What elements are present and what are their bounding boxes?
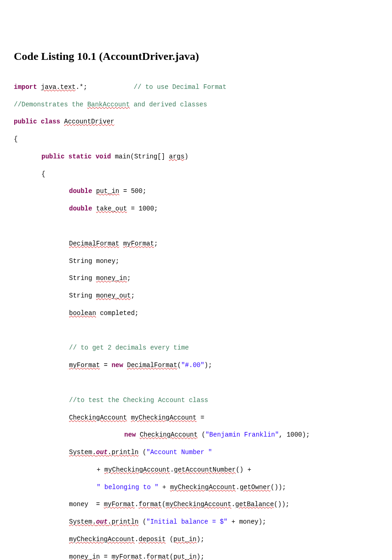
squiggle-text: put_in <box>96 187 119 195</box>
code-line: { <box>14 135 378 144</box>
squiggle-text: myCheckingAccount <box>166 501 231 508</box>
code-text: ; <box>127 274 131 282</box>
code-line: + myCheckingAccount.getAccountNumber() + <box>14 466 378 474</box>
code-line: public class AccountDriver <box>14 117 378 126</box>
code-text: ); <box>204 362 212 369</box>
code-text: money = <box>69 501 104 508</box>
code-text: . <box>143 553 146 560</box>
keyword: class <box>41 118 60 125</box>
code-text: main(String[] <box>111 153 169 160</box>
squiggle-text: format <box>138 501 161 508</box>
code-text: + <box>158 484 170 491</box>
document-heading: Code Listing 10.1 (AccountDriver.java) <box>14 49 378 64</box>
code-text: ( <box>177 362 181 369</box>
code-text: + money); <box>228 518 266 525</box>
code-line: double take_out = 1000; <box>14 204 378 213</box>
code-line: myFormat = new DecimalFormat("#.00"); <box>14 361 378 370</box>
keyword: new <box>111 362 123 369</box>
code-text: ); <box>196 536 204 543</box>
keyword: out <box>96 518 108 525</box>
comment-text: and derived classes <box>130 101 207 108</box>
code-text: ( <box>198 431 206 438</box>
code-line: DecimalFormat myFormat; <box>14 239 378 248</box>
keyword: void <box>96 153 111 160</box>
squiggle-text: myCheckingAccount <box>104 466 170 473</box>
comment: //Demonstrates the BankAccount and deriv… <box>14 101 207 108</box>
squiggle-text: myCheckingAccount <box>69 536 135 543</box>
code-text: . <box>135 536 138 543</box>
comment-text: //Demonstrates the <box>14 101 87 108</box>
squiggle-text: System. <box>69 449 96 456</box>
code-text: String <box>69 292 96 299</box>
squiggle-text: put_in <box>173 536 196 543</box>
keyword: double <box>69 187 92 195</box>
string: " belonging to " <box>97 484 158 491</box>
code-text: ( <box>138 449 146 456</box>
code-line: money_in = myFormat.format(put_in); <box>14 553 378 560</box>
squiggle-text: myFormat <box>111 553 142 560</box>
code-text: = 500; <box>119 187 146 195</box>
comment: //to test the Checking Account class <box>69 397 208 404</box>
code-text: ()); <box>274 501 289 508</box>
keyword: double <box>69 205 92 212</box>
code-text: = <box>100 553 111 560</box>
code-text: ) <box>184 153 188 160</box>
squiggle-text: money_in <box>69 553 100 560</box>
squiggle-text: DecimalFormat <box>69 240 119 247</box>
code-text: String <box>69 274 96 282</box>
comment: // to use Decimal Format <box>134 83 227 91</box>
code-text: = 1000; <box>127 205 158 212</box>
squiggle-text: myFormat <box>123 240 154 247</box>
code-line: CheckingAccount myCheckingAccount = <box>14 414 378 422</box>
string: "Account Number " <box>146 449 212 456</box>
code-text: = <box>100 362 111 369</box>
string: "#.00" <box>181 362 204 369</box>
code-line: //Demonstrates the BankAccount and deriv… <box>14 100 378 109</box>
code-line: String money_in; <box>14 274 378 283</box>
squiggle-text: getOwner <box>240 484 271 491</box>
code-text: . <box>170 466 174 473</box>
code-text: , 1000); <box>279 431 310 438</box>
code-line: { <box>14 170 378 179</box>
code-line: double put_in = 500; <box>14 187 378 196</box>
squiggle-text: args <box>169 153 184 160</box>
code-text: ( <box>169 553 173 560</box>
code-line: import java.text.*; // to use Decimal Fo… <box>14 83 378 92</box>
code-line: boolean completed; <box>14 309 378 318</box>
squiggle-text: getBalance <box>235 501 274 508</box>
squiggle-text: DecimalFormat <box>127 362 177 369</box>
squiggle-text: CheckingAccount <box>140 431 198 438</box>
code-text: = <box>196 414 204 421</box>
keyword: public <box>41 153 64 160</box>
string: "Benjamin Franklin" <box>205 431 279 438</box>
code-line: public static void main(String[] args) <box>14 152 378 161</box>
code-text: ); <box>196 553 204 560</box>
code-text: ; <box>154 240 158 247</box>
string: "Initial balance = $" <box>146 518 227 525</box>
code-line: System.out.println ("Initial balance = $… <box>14 518 378 526</box>
code-text: ( <box>138 518 146 525</box>
code-text: ( <box>166 536 173 543</box>
squiggle-text: CheckingAccount <box>69 414 127 421</box>
code-line: " belonging to " + myCheckingAccount.get… <box>14 483 378 492</box>
squiggle-text: money_out <box>96 292 131 299</box>
keyword: out <box>96 449 108 456</box>
code-text: .*; <box>75 83 87 91</box>
squiggle-text: java.text <box>41 83 76 91</box>
comment: // to get 2 decimals every time <box>69 344 189 351</box>
code-line: String money; <box>14 257 378 266</box>
squiggle-text: money_in <box>96 274 127 282</box>
code-text: ; <box>131 292 134 299</box>
squiggle-text: myCheckingAccount <box>170 484 236 491</box>
code-text: completed; <box>96 309 138 317</box>
squiggle-text: myFormat <box>104 501 135 508</box>
squiggle-text: System. <box>69 518 96 525</box>
code-text: . <box>236 484 239 491</box>
code-text: () + <box>236 466 251 473</box>
code-line: //to test the Checking Account class <box>14 396 378 405</box>
keyword: public <box>14 118 37 125</box>
keyword: new <box>124 431 136 438</box>
squiggle-text: AccountDriver <box>64 118 114 125</box>
code-line: new CheckingAccount ("Benjamin Franklin"… <box>14 431 378 439</box>
squiggle-text: take_out <box>96 205 127 212</box>
